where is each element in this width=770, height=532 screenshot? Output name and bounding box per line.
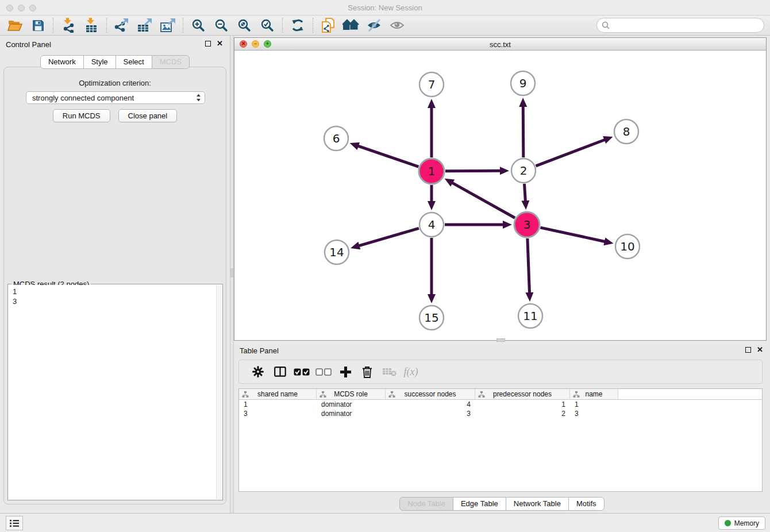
tab-style[interactable]: Style	[83, 55, 116, 69]
graph-edge-2-8[interactable]	[536, 139, 606, 165]
column-header[interactable]: shared name	[239, 389, 317, 399]
zoom-selected-icon	[260, 18, 274, 32]
table-cell[interactable]: 1	[239, 400, 317, 409]
arrowhead-icon	[603, 237, 613, 245]
eye-slash-icon	[367, 19, 382, 32]
table-row[interactable]: 3dominator323	[239, 409, 762, 418]
table-cell[interactable]: 4	[386, 400, 475, 409]
export-network-button[interactable]	[110, 17, 133, 34]
table-panel: Table Panel ✕	[234, 342, 770, 513]
refresh-icon	[291, 18, 305, 32]
graph-edge-3-10[interactable]	[540, 228, 606, 242]
graph-node-label-2: 2	[520, 164, 528, 178]
import-network-button[interactable]	[57, 17, 80, 34]
graph-node-label-8: 8	[623, 125, 630, 138]
close-table-panel-icon[interactable]: ✕	[757, 347, 763, 353]
import-table-button[interactable]	[80, 17, 103, 34]
table-cell[interactable]: 3	[570, 409, 618, 418]
graph-edge-2-3[interactable]	[524, 184, 525, 202]
criterion-select[interactable]: strongly connected component	[26, 91, 205, 104]
column-header[interactable]: MCDS role	[317, 389, 386, 399]
close-panel-button[interactable]: Close panel	[118, 109, 178, 122]
export-table-button[interactable]	[133, 17, 156, 34]
show-graphics-details-button[interactable]	[386, 17, 409, 34]
tab-network-table[interactable]: Network Table	[506, 497, 569, 511]
table-cell[interactable]: 1	[475, 400, 570, 409]
zoom-in-button[interactable]	[187, 17, 210, 34]
graph-node-label-6: 6	[333, 132, 340, 145]
table-cell[interactable]: 3	[386, 409, 475, 418]
control-panel-tabs: Network Style Select MCDS	[0, 55, 230, 69]
add-row-button[interactable]	[334, 363, 356, 381]
column-header[interactable]: successor nodes	[386, 389, 475, 399]
toolbar-separator	[183, 18, 183, 33]
tab-mcds[interactable]: MCDS	[152, 55, 190, 69]
open-session-button[interactable]	[3, 17, 26, 34]
window-titlebar: Session: New Session	[0, 0, 770, 16]
control-panel-title: Control Panel	[6, 40, 51, 49]
search-input[interactable]	[613, 21, 759, 30]
close-panel-icon[interactable]: ✕	[217, 41, 223, 47]
table-row[interactable]: 1dominator411	[239, 400, 762, 409]
control-panel: Control Panel ✕ Network Style Select MCD…	[0, 36, 230, 513]
hide-graphics-details-button[interactable]	[363, 17, 386, 34]
column-layout-button[interactable]	[269, 363, 291, 381]
delete-row-button[interactable]	[356, 363, 378, 381]
header-filler	[618, 389, 762, 399]
table-cell[interactable]: dominator	[317, 400, 386, 409]
graph-edge-3-1[interactable]	[451, 182, 515, 218]
graph-edge-4-14[interactable]	[357, 228, 418, 246]
column-header[interactable]: predecessor nodes	[475, 389, 570, 399]
network-window-titlebar[interactable]: ✕ − + scc.txt	[234, 38, 766, 51]
table-cell[interactable]: 1	[570, 400, 618, 409]
float-panel-icon[interactable]	[205, 41, 211, 47]
zoom-selected-button[interactable]	[256, 17, 279, 34]
zoom-out-button[interactable]	[210, 17, 233, 34]
save-session-button[interactable]	[26, 17, 49, 34]
tab-select[interactable]: Select	[116, 55, 152, 69]
table-cell[interactable]: 3	[239, 409, 317, 418]
panel-splitter[interactable]	[230, 36, 234, 513]
node-table[interactable]: shared nameMCDS rolesuccessor nodesprede…	[238, 388, 763, 492]
show-all-networks-button[interactable]	[340, 17, 363, 34]
search-field[interactable]	[596, 18, 764, 33]
clone-network-button[interactable]	[317, 17, 340, 34]
graph-edge-2-9[interactable]	[523, 105, 523, 157]
zoom-fit-button[interactable]	[233, 17, 256, 34]
zoom-in-icon	[191, 18, 205, 32]
function-builder-button[interactable]: f(x)	[400, 363, 422, 381]
arrowhead-icon	[500, 167, 509, 175]
run-mcds-button[interactable]: Run MCDS	[53, 109, 110, 122]
delete-table-button[interactable]	[378, 363, 400, 381]
network-window-title: scc.txt	[234, 40, 766, 49]
column-header[interactable]: name	[570, 389, 618, 399]
network-graph[interactable]: 1234678910111415	[234, 51, 766, 340]
table-settings-button[interactable]	[247, 363, 269, 381]
gear-icon	[252, 366, 264, 377]
select-all-button[interactable]	[291, 363, 313, 381]
graph-edge-1-2[interactable]	[445, 171, 502, 171]
tab-motifs[interactable]: Motifs	[568, 497, 605, 511]
memory-button[interactable]: Memory	[718, 516, 765, 530]
result-scrollbar[interactable]	[216, 285, 222, 499]
arrowhead-icon	[521, 201, 529, 210]
task-history-button[interactable]	[6, 516, 23, 530]
network-canvas[interactable]: 1234678910111415	[234, 51, 766, 340]
unchecked-boxes-icon	[315, 368, 332, 376]
float-table-panel-icon[interactable]	[745, 347, 751, 353]
table-cell[interactable]: 2	[475, 409, 570, 418]
export-image-button[interactable]	[156, 17, 179, 34]
apply-layout-refresh-button[interactable]	[286, 17, 309, 34]
tab-edge-table[interactable]: Edge Table	[453, 497, 506, 511]
splitter-handle[interactable]	[230, 268, 233, 277]
tab-node-table[interactable]: Node Table	[399, 497, 453, 511]
graph-edge-3-11[interactable]	[528, 238, 530, 294]
column-type-icon	[319, 391, 326, 398]
table-cell[interactable]: dominator	[317, 409, 386, 418]
graph-edge-1-6[interactable]	[357, 145, 418, 167]
graph-node-label-10: 10	[620, 240, 634, 253]
tab-network[interactable]: Network	[40, 55, 84, 69]
deselect-all-button[interactable]	[313, 363, 334, 381]
table-panel-title: Table Panel	[240, 346, 279, 355]
mcds-result-text[interactable]: 1 3	[9, 285, 215, 499]
